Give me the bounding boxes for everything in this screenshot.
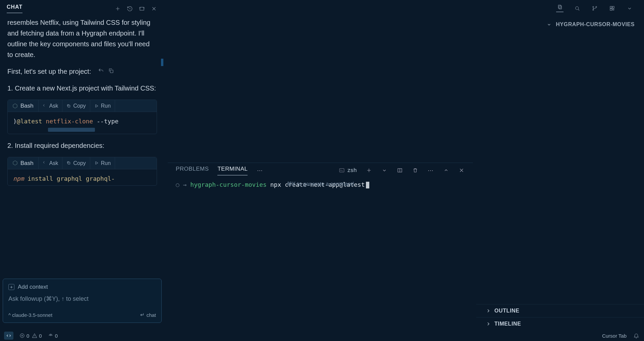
remote-button[interactable] bbox=[4, 332, 13, 340]
chat-header: CHAT bbox=[0, 0, 164, 17]
tab-problems[interactable]: PROBLEMS bbox=[176, 166, 209, 175]
code-block-header: Bash Ask Copy Run bbox=[8, 157, 157, 169]
new-chat-icon[interactable] bbox=[114, 5, 121, 12]
ports-count[interactable]: 0 bbox=[48, 333, 58, 339]
horizontal-scrollbar[interactable] bbox=[48, 128, 95, 132]
more-icon[interactable]: ⋯ bbox=[256, 167, 263, 174]
extensions-icon[interactable] bbox=[608, 5, 616, 12]
history-icon[interactable] bbox=[126, 5, 133, 12]
svg-point-8 bbox=[576, 7, 579, 10]
chevron-down-icon bbox=[546, 22, 552, 27]
split-terminal-icon[interactable] bbox=[396, 167, 403, 174]
scrollbar-thumb[interactable] bbox=[161, 59, 163, 66]
model-selector[interactable]: ^ claude-3.5-sonnet bbox=[8, 312, 52, 318]
terminal-tabs: PROBLEMS TERMINAL ⋯ zsh ⋯ bbox=[168, 163, 473, 178]
followup-footer: ^ claude-3.5-sonnet ↵ chat bbox=[8, 312, 156, 318]
errors-count[interactable]: 0 bbox=[19, 333, 29, 339]
timeline-section[interactable]: TIMELINE bbox=[476, 317, 644, 330]
followup-box: + Add context Ask followup (⌘Y), ↑ to se… bbox=[3, 279, 162, 323]
window-icon[interactable] bbox=[138, 5, 146, 12]
shell-selector[interactable]: zsh bbox=[339, 167, 357, 174]
chat-title: CHAT bbox=[7, 4, 22, 13]
code-lang-badge: Bash bbox=[8, 157, 39, 169]
terminal-panel: PROBLEMS TERMINAL ⋯ zsh ⋯ ○ → hygraph-cu… bbox=[168, 163, 473, 192]
explorer-project[interactable]: HYGRAPH-CURSOR-MOVIES bbox=[476, 17, 644, 32]
mode-selector[interactable]: ↵ chat bbox=[140, 312, 156, 318]
chat-paragraph: First, let's set up the project: bbox=[7, 66, 157, 77]
svg-point-10 bbox=[596, 6, 597, 7]
svg-rect-4 bbox=[339, 169, 344, 172]
code-copy-button[interactable]: Copy bbox=[62, 157, 90, 169]
copy-icon[interactable] bbox=[108, 67, 114, 74]
chat-step: 1. Create a new Next.js project with Tai… bbox=[7, 83, 157, 94]
code-ask-button[interactable]: Ask bbox=[39, 157, 63, 169]
trash-icon[interactable] bbox=[412, 167, 419, 174]
code-content[interactable]: npm install graphql graphql- bbox=[8, 169, 157, 185]
more-icon[interactable]: ⋯ bbox=[427, 167, 434, 174]
reply-icon[interactable] bbox=[98, 67, 104, 74]
followup-input[interactable]: Ask followup (⌘Y), ↑ to select bbox=[8, 295, 156, 302]
terminal-hint: ⌘K to generate a command bbox=[287, 181, 354, 187]
status-bar: 0 0 0 Cursor Tab bbox=[0, 330, 644, 341]
svg-rect-0 bbox=[140, 7, 144, 10]
code-lang-badge: Bash bbox=[8, 100, 39, 112]
bell-icon[interactable] bbox=[633, 332, 640, 339]
chevron-up-icon[interactable] bbox=[443, 167, 449, 174]
outline-section[interactable]: OUTLINE bbox=[476, 304, 644, 317]
code-block-header: Bash Ask Copy Run bbox=[8, 100, 157, 112]
svg-rect-1 bbox=[110, 70, 113, 73]
editor-area: PROBLEMS TERMINAL ⋯ zsh ⋯ ○ → hygraph-cu… bbox=[164, 0, 476, 341]
terminal-cursor bbox=[366, 182, 369, 188]
chat-step: 2. Install required dependencies: bbox=[7, 140, 157, 151]
svg-rect-15 bbox=[613, 9, 614, 10]
add-context-button[interactable]: + Add context bbox=[8, 284, 156, 290]
plus-icon: + bbox=[8, 284, 14, 290]
right-sidebar: HYGRAPH-CURSOR-MOVIES OUTLINE TIMELINE bbox=[476, 0, 644, 330]
svg-rect-7 bbox=[559, 6, 562, 9]
code-run-button[interactable]: Run bbox=[90, 100, 115, 112]
enter-icon: ↵ bbox=[140, 312, 145, 318]
chevron-up-icon: ^ bbox=[8, 312, 11, 318]
close-icon[interactable] bbox=[458, 167, 465, 174]
svg-point-17 bbox=[50, 335, 51, 336]
explorer-icon[interactable] bbox=[556, 5, 564, 12]
git-branch-icon[interactable] bbox=[591, 5, 598, 12]
code-ask-button[interactable]: Ask bbox=[39, 100, 63, 112]
chevron-right-icon bbox=[486, 308, 491, 314]
svg-rect-13 bbox=[612, 6, 614, 8]
svg-point-9 bbox=[593, 6, 594, 7]
svg-rect-2 bbox=[68, 105, 70, 107]
tab-terminal[interactable]: TERMINAL bbox=[217, 166, 248, 175]
cursor-tab-label[interactable]: Cursor Tab bbox=[602, 333, 627, 339]
code-block: Bash Ask Copy Run )@latest netflix-clone… bbox=[7, 100, 157, 134]
code-block: Bash Ask Copy Run npm install graphql gr… bbox=[7, 157, 157, 186]
right-header-icons bbox=[476, 0, 644, 17]
code-copy-button[interactable]: Copy bbox=[62, 100, 90, 112]
svg-rect-12 bbox=[610, 6, 612, 8]
chat-paragraph: resembles Netflix, using Tailwind CSS fo… bbox=[7, 17, 157, 60]
svg-rect-14 bbox=[610, 9, 612, 10]
chevron-right-icon bbox=[486, 321, 491, 327]
code-content[interactable]: )@latest netflix-clone --type bbox=[8, 112, 157, 134]
chevron-down-icon[interactable] bbox=[626, 5, 633, 12]
svg-rect-3 bbox=[68, 162, 70, 164]
svg-point-11 bbox=[593, 9, 594, 10]
close-icon[interactable] bbox=[150, 5, 158, 12]
chevron-down-icon[interactable] bbox=[381, 167, 388, 174]
new-terminal-icon[interactable] bbox=[366, 167, 372, 174]
warnings-count[interactable]: 0 bbox=[32, 333, 42, 339]
search-icon[interactable] bbox=[574, 5, 581, 12]
svg-rect-6 bbox=[558, 5, 561, 8]
code-run-button[interactable]: Run bbox=[90, 157, 115, 169]
